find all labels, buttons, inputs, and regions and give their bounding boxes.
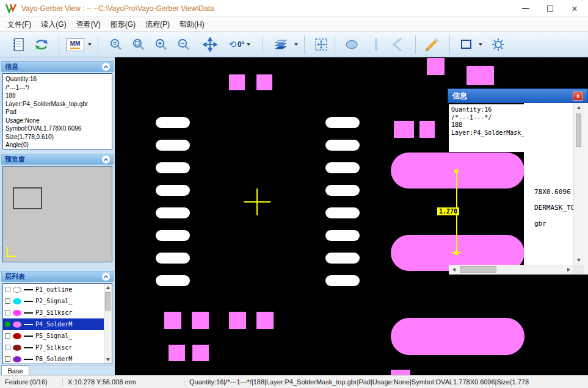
clipped-text-fragment: DERMASK_TO: [534, 204, 573, 212]
layer-visibility-checkbox[interactable]: [5, 333, 10, 339]
layer-row-p3_silkscr[interactable]: P3_Silkscr: [3, 307, 104, 318]
layers-icon: [274, 37, 288, 52]
layer-visibility-checkbox[interactable]: [5, 356, 10, 362]
collapse-layers-button[interactable]: [102, 273, 110, 281]
info-line: Usage:None: [5, 117, 109, 125]
layer-row-p5_signal_[interactable]: P5_Signal_: [3, 330, 104, 342]
line-tool-button[interactable]: [365, 34, 387, 56]
selection-box-icon: [314, 37, 328, 52]
pad-rect: [427, 58, 445, 75]
info-panel-header: 信息: [1, 61, 114, 72]
layer-tool-button[interactable]: [270, 34, 292, 56]
minimize-button[interactable]: [514, 0, 538, 17]
zoom-in-button[interactable]: [150, 34, 172, 56]
rotate-button[interactable]: ⟲ 0°: [225, 34, 254, 56]
layer-row-p4_solderm[interactable]: P4_SolderM: [3, 318, 104, 330]
scroll-up-button[interactable]: [104, 284, 112, 292]
layer-panel-title: 层列表: [5, 272, 25, 281]
pad-rect: [394, 121, 414, 138]
scrollbar-corner: [573, 265, 584, 275]
scrollbar-thumb[interactable]: [576, 113, 581, 147]
arrow-right-icon: [567, 268, 570, 271]
layer-tool-dropdown[interactable]: [292, 34, 300, 56]
layer-visibility-checkbox[interactable]: [5, 345, 10, 350]
pad-stadium: [325, 162, 360, 173]
collapse-preview-button[interactable]: [102, 156, 110, 163]
pad-rect: [169, 345, 185, 361]
layer-visibility-checkbox[interactable]: [5, 298, 10, 304]
layer-color-swatch: [13, 310, 21, 316]
pad-rect: [229, 312, 246, 329]
floating-info-window: 信息 x Quantity:16/*---1---*/188Layer:P4_S…: [448, 88, 588, 275]
close-button[interactable]: ✕: [562, 0, 587, 17]
arrow-left-icon: [452, 268, 456, 271]
floating-vertical-scrollbar[interactable]: [573, 103, 584, 265]
zoom-fit-button[interactable]: [105, 34, 127, 56]
maximize-button[interactable]: [538, 0, 562, 17]
pad-stadium: [156, 185, 190, 196]
menu-item-3[interactable]: 图形(G): [106, 17, 140, 32]
layer-row-p2_signal_[interactable]: P2_Signal_: [3, 295, 104, 307]
zoom-window-button[interactable]: [128, 34, 150, 56]
scroll-left-button[interactable]: [449, 265, 459, 275]
menu-item-4[interactable]: 流程(P): [140, 17, 175, 32]
layer-name-label: P5_Signal_: [35, 332, 72, 339]
pad-stadium: [325, 185, 360, 196]
layer-row-p8_solderm[interactable]: P8_SolderM: [3, 353, 104, 365]
layer-linestyle-sample: [24, 289, 33, 290]
chevron-down-icon: [88, 43, 92, 46]
info-line: Size(1.778,0.610): [5, 133, 109, 142]
measure-button[interactable]: [421, 34, 443, 56]
chevron-up-icon: [103, 275, 109, 279]
scroll-up-button[interactable]: [574, 103, 584, 112]
toolbar-separator: [335, 35, 335, 54]
layer-name-label: P1_outline: [35, 286, 72, 293]
floating-horizontal-scrollbar[interactable]: [449, 265, 573, 275]
ellipse-tool-button[interactable]: [341, 34, 363, 56]
pad-stadium: [325, 117, 360, 128]
menu-item-2[interactable]: 查看(V): [71, 17, 106, 32]
floating-window-titlebar[interactable]: 信息 x: [448, 88, 588, 103]
rect-tool-button[interactable]: [456, 34, 477, 56]
pad-stadium: [391, 318, 524, 355]
settings-button[interactable]: [487, 34, 509, 56]
scrollbar-thumb[interactable]: [460, 266, 496, 273]
menu-item-0[interactable]: 文件(F): [2, 17, 36, 32]
units-underline: [70, 48, 80, 49]
pad-rect: [391, 370, 410, 375]
layer-color-swatch: [13, 345, 21, 351]
arc-tool-button[interactable]: [387, 34, 409, 56]
save-button[interactable]: [7, 34, 29, 56]
reload-button[interactable]: [31, 34, 53, 56]
pan-button[interactable]: [199, 34, 221, 56]
scroll-right-button[interactable]: [564, 265, 573, 275]
collapse-info-button[interactable]: [102, 63, 110, 71]
scroll-down-button[interactable]: [104, 356, 112, 364]
menu-bar: 文件(F)读入(G)查看(V)图形(G)流程(P)帮助(H): [0, 17, 588, 32]
info-line: Angle(0): [5, 141, 109, 149]
floating-window-title: 信息: [452, 91, 467, 101]
layer-list-scrollbar[interactable]: [104, 284, 112, 364]
layer-row-p7_silkscr[interactable]: P7_Silkscr: [3, 342, 104, 353]
units-mm-button[interactable]: MM: [65, 34, 85, 56]
floating-close-button[interactable]: x: [573, 92, 583, 101]
clipped-text-fragment: gbr: [534, 220, 546, 228]
preview-viewport-rect[interactable]: [13, 187, 42, 209]
units-dropdown[interactable]: [85, 34, 93, 56]
menu-item-5[interactable]: 帮助(H): [175, 17, 209, 32]
menu-item-1[interactable]: 读入(G): [36, 17, 71, 32]
save-icon: [10, 37, 26, 52]
zoom-out-button[interactable]: [173, 34, 195, 56]
layer-visibility-checkbox[interactable]: [5, 310, 10, 315]
active-layer-indicator[interactable]: [5, 322, 10, 327]
scroll-down-button[interactable]: [574, 256, 584, 265]
scrollbar-thumb[interactable]: [105, 292, 111, 311]
layer-row-p1_outline[interactable]: P1_outline: [3, 284, 104, 295]
layer-visibility-checkbox[interactable]: [5, 287, 10, 292]
layer-color-swatch: [13, 322, 21, 328]
select-button[interactable]: [310, 34, 332, 56]
layer-linestyle-sample: [24, 336, 33, 337]
rect-tool-dropdown[interactable]: [476, 34, 484, 56]
preview-window[interactable]: [2, 166, 112, 262]
tab-base[interactable]: Base: [1, 365, 29, 376]
